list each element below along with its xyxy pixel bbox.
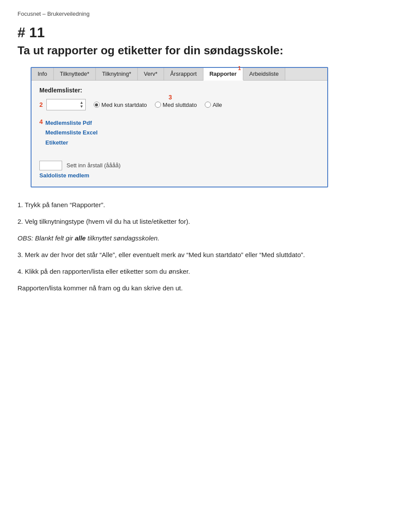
step-4: 4. Klikk på den rapporten/lista eller et… <box>18 266 402 277</box>
step-3: 3. Merk av der hvor det står “Alle”, ell… <box>18 250 402 260</box>
tilknytning-select[interactable]: ▲ ▼ <box>46 99 86 110</box>
chapter-title: Ta ut rapporter og etiketter for din søn… <box>18 44 402 57</box>
step-2: 2. Velg tilknytningstype (hvem vil du ha… <box>18 216 402 227</box>
rapporter-badge: 1 <box>238 65 241 71</box>
tab-bar: Info Tilknyttede* Tilknytning* Verv* Års… <box>32 68 327 81</box>
radio-group: Med kun startdato Med sluttdato Alle <box>94 102 230 108</box>
radio-alle[interactable]: Alle <box>205 102 222 108</box>
link-medlemsliste-excel[interactable]: Medlemsliste Excel <box>46 128 98 138</box>
tab-verv[interactable]: Verv* <box>138 68 164 80</box>
badge-2: 2 <box>39 101 43 108</box>
link-etiketter[interactable]: Etiketter <box>46 138 98 148</box>
radio-circle-alle <box>205 102 211 108</box>
tab-rapporter[interactable]: Rapporter 1 <box>203 68 243 81</box>
link-saldoliste-medlem[interactable]: Saldoliste medlem <box>39 172 319 179</box>
final-text: Rapporten/lista kommer nå fram og du kan… <box>18 283 402 293</box>
ui-screenshot-box: Info Tilknyttede* Tilknytning* Verv* Års… <box>31 67 328 187</box>
radio-med-kun-startdato[interactable]: Med kun startdato <box>94 102 147 108</box>
tab-arsrapport[interactable]: Årsrapport <box>164 68 203 80</box>
saldo-row: Sett inn årstall (åååå) <box>39 161 319 170</box>
links-section-wrapper: 4 Medlemsliste Pdf Medlemsliste Excel Et… <box>39 118 319 154</box>
radio-group-wrapper: 3 Med kun startdato Med sluttdato All <box>94 102 230 108</box>
links-section: Medlemsliste Pdf Medlemsliste Excel Etik… <box>46 118 98 147</box>
badge-3: 3 <box>168 94 172 101</box>
members-label: Medlemslister: <box>39 87 319 94</box>
tab-arbeidsliste[interactable]: Arbeidsliste <box>243 68 285 80</box>
link-medlemsliste-pdf[interactable]: Medlemsliste Pdf <box>46 118 98 128</box>
radio-med-sluttdato[interactable]: Med sluttdato <box>155 102 197 108</box>
tab-info[interactable]: Info <box>32 68 54 80</box>
step-1: 1. Trykk på fanen “Rapporter”. <box>18 200 402 210</box>
select-arrows: ▲ ▼ <box>80 101 84 109</box>
ui-content: Medlemslister: 2 ▲ ▼ 3 <box>32 81 327 178</box>
radio-circle-startdato <box>94 102 100 108</box>
tab-tilknyttede[interactable]: Tilknyttede* <box>54 68 96 80</box>
tab-tilknytning[interactable]: Tilknytning* <box>96 68 138 80</box>
chapter-number: # 11 <box>18 25 402 40</box>
radio-circle-sluttdato <box>155 102 161 108</box>
page-header: Focusnet – Brukerveiledning <box>18 11 402 17</box>
saldo-input[interactable] <box>39 161 62 170</box>
badge-4: 4 <box>39 118 43 125</box>
saldo-label: Sett inn årstall (åååå) <box>66 162 121 169</box>
obs-text: OBS: Blankt felt gir alle tilknyttet søn… <box>18 233 402 244</box>
